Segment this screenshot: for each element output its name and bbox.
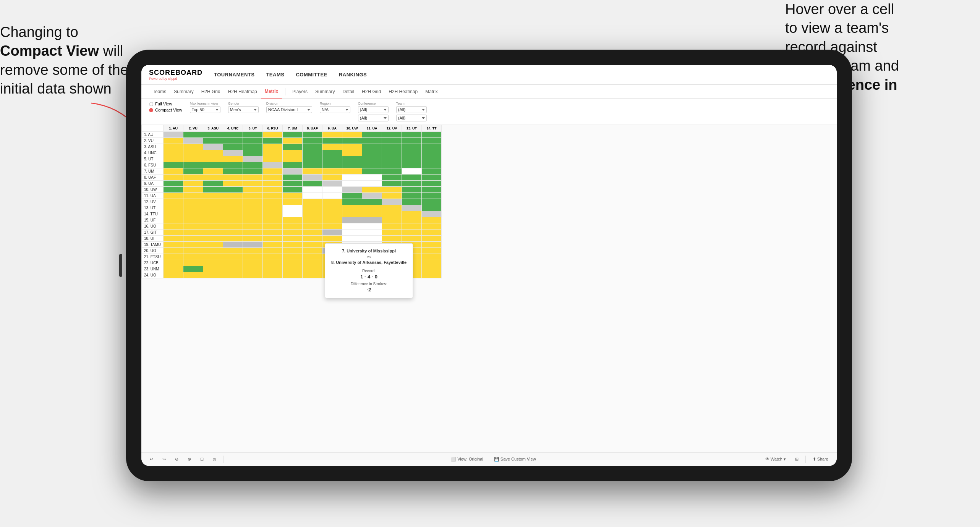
- matrix-cell-20-1[interactable]: [183, 254, 203, 260]
- matrix-cell-8-6[interactable]: [283, 181, 303, 187]
- matrix-cell-7-6[interactable]: [283, 175, 303, 181]
- watch-button[interactable]: 👁 Watch ▾: [763, 456, 788, 462]
- matrix-cell-18-3[interactable]: [223, 242, 243, 248]
- sub-nav-teams[interactable]: Teams: [149, 85, 170, 99]
- matrix-cell-0-11[interactable]: [382, 132, 402, 138]
- matrix-cell-9-1[interactable]: [183, 187, 203, 193]
- matrix-cell-17-11[interactable]: [382, 236, 402, 242]
- matrix-cell-6-12[interactable]: [402, 168, 422, 175]
- matrix-cell-23-4[interactable]: [243, 272, 263, 278]
- matrix-cell-1-13[interactable]: [422, 138, 442, 144]
- matrix-cell-4-2[interactable]: [203, 156, 223, 162]
- matrix-cell-2-1[interactable]: [183, 144, 203, 150]
- matrix-cell-9-8[interactable]: [322, 187, 342, 193]
- matrix-cell-15-0[interactable]: [164, 223, 183, 230]
- matrix-cell-22-1[interactable]: [183, 266, 203, 272]
- matrix-cell-17-2[interactable]: [203, 236, 223, 242]
- nav-tournaments[interactable]: TOURNAMENTS: [214, 72, 254, 78]
- matrix-cell-20-3[interactable]: [223, 254, 243, 260]
- matrix-cell-2-11[interactable]: [382, 144, 402, 150]
- matrix-cell-0-0[interactable]: [164, 132, 183, 138]
- nav-teams[interactable]: TEAMS: [266, 72, 284, 78]
- matrix-cell-2-4[interactable]: [243, 144, 263, 150]
- matrix-cell-21-5[interactable]: [263, 260, 283, 266]
- matrix-cell-13-11[interactable]: [382, 211, 402, 217]
- matrix-cell-18-5[interactable]: [263, 242, 283, 248]
- matrix-cell-13-8[interactable]: [322, 211, 342, 217]
- team-select-2[interactable]: (All): [396, 115, 427, 121]
- matrix-cell-4-8[interactable]: [322, 156, 342, 162]
- matrix-cell-10-0[interactable]: [164, 193, 183, 199]
- matrix-cell-22-4[interactable]: [243, 266, 263, 272]
- matrix-cell-1-4[interactable]: [243, 138, 263, 144]
- matrix-cell-11-8[interactable]: [322, 199, 342, 205]
- matrix-cell-15-3[interactable]: [223, 223, 243, 230]
- matrix-cell-6-7[interactable]: [303, 168, 322, 175]
- matrix-cell-19-6[interactable]: [283, 248, 303, 254]
- matrix-cell-12-2[interactable]: [203, 205, 223, 211]
- matrix-cell-21-2[interactable]: [203, 260, 223, 266]
- matrix-cell-15-6[interactable]: [283, 223, 303, 230]
- matrix-cell-14-6[interactable]: [283, 217, 303, 223]
- matrix-cell-3-2[interactable]: [203, 150, 223, 156]
- matrix-cell-16-4[interactable]: [243, 230, 263, 236]
- undo-button[interactable]: ↩: [147, 456, 156, 462]
- grid-button[interactable]: ⊞: [793, 456, 801, 462]
- matrix-cell-9-12[interactable]: [402, 187, 422, 193]
- matrix-cell-21-1[interactable]: [183, 260, 203, 266]
- conference-select-2[interactable]: (All): [358, 115, 389, 121]
- matrix-cell-7-7[interactable]: [303, 175, 322, 181]
- matrix-cell-3-11[interactable]: [382, 150, 402, 156]
- matrix-cell-15-7[interactable]: [303, 223, 322, 230]
- matrix-cell-9-4[interactable]: [243, 187, 263, 193]
- matrix-cell-20-7[interactable]: [303, 254, 322, 260]
- matrix-cell-22-7[interactable]: [303, 266, 322, 272]
- region-select[interactable]: N/A: [320, 106, 350, 113]
- matrix-cell-19-2[interactable]: [203, 248, 223, 254]
- matrix-cell-19-0[interactable]: [164, 248, 183, 254]
- nav-rankings[interactable]: RANKINGS: [339, 72, 367, 78]
- matrix-cell-0-1[interactable]: [183, 132, 203, 138]
- matrix-cell-14-0[interactable]: [164, 217, 183, 223]
- matrix-cell-15-9[interactable]: [342, 223, 362, 230]
- matrix-cell-4-4[interactable]: [243, 156, 263, 162]
- matrix-cell-2-9[interactable]: [342, 144, 362, 150]
- matrix-cell-10-4[interactable]: [243, 193, 263, 199]
- matrix-cell-6-5[interactable]: [263, 168, 283, 175]
- matrix-cell-3-5[interactable]: [263, 150, 283, 156]
- matrix-cell-17-6[interactable]: [283, 236, 303, 242]
- matrix-cell-11-3[interactable]: [223, 199, 243, 205]
- matrix-cell-10-12[interactable]: [402, 193, 422, 199]
- matrix-cell-0-13[interactable]: [422, 132, 442, 138]
- matrix-cell-5-6[interactable]: [283, 162, 303, 168]
- view-original-button[interactable]: ⬜ View: Original: [449, 456, 486, 462]
- matrix-cell-0-7[interactable]: [303, 132, 322, 138]
- matrix-cell-2-2[interactable]: [203, 144, 223, 150]
- matrix-cell-18-6[interactable]: [283, 242, 303, 248]
- max-teams-select[interactable]: Top 50: [190, 106, 220, 113]
- matrix-cell-18-7[interactable]: [303, 242, 322, 248]
- matrix-cell-13-0[interactable]: [164, 211, 183, 217]
- matrix-cell-13-1[interactable]: [183, 211, 203, 217]
- matrix-cell-11-9[interactable]: [342, 199, 362, 205]
- matrix-cell-8-0[interactable]: [164, 181, 183, 187]
- matrix-cell-12-13[interactable]: [422, 205, 442, 211]
- matrix-cell-19-1[interactable]: [183, 248, 203, 254]
- matrix-cell-14-2[interactable]: [203, 217, 223, 223]
- matrix-cell-16-2[interactable]: [203, 230, 223, 236]
- matrix-cell-12-8[interactable]: [322, 205, 342, 211]
- matrix-cell-3-9[interactable]: [342, 150, 362, 156]
- matrix-cell-4-12[interactable]: [402, 156, 422, 162]
- matrix-cell-6-13[interactable]: [422, 168, 442, 175]
- conference-select-1[interactable]: (All): [358, 106, 389, 113]
- matrix-cell-13-9[interactable]: [342, 211, 362, 217]
- matrix-cell-3-1[interactable]: [183, 150, 203, 156]
- matrix-cell-9-7[interactable]: [303, 187, 322, 193]
- matrix-cell-20-13[interactable]: [422, 254, 442, 260]
- matrix-cell-18-13[interactable]: [422, 242, 442, 248]
- matrix-cell-17-8[interactable]: [322, 236, 342, 242]
- matrix-cell-13-7[interactable]: [303, 211, 322, 217]
- matrix-cell-12-4[interactable]: [243, 205, 263, 211]
- zoom-in-button[interactable]: ⊕: [185, 456, 193, 462]
- matrix-cell-3-4[interactable]: [243, 150, 263, 156]
